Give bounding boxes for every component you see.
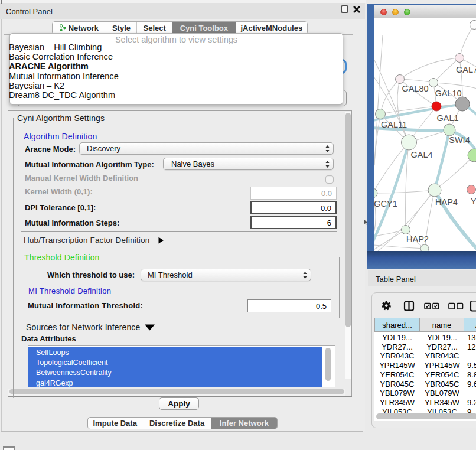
svg-text:GAL10: GAL10 [435,89,461,98]
svg-text:GAL4: GAL4 [410,150,432,159]
svg-text:YEL: YEL [471,197,476,206]
svg-text:HAP4: HAP4 [435,197,458,207]
svg-text:GAL1: GAL1 [436,113,458,123]
svg-text:GAL7: GAL7 [456,65,476,74]
svg-text:GAL11: GAL11 [381,120,407,129]
svg-text:GCY1: GCY1 [374,199,397,208]
svg-text:GAL80: GAL80 [402,84,428,93]
svg-text:SWI4: SWI4 [449,135,470,145]
svg-text:HAP2: HAP2 [406,234,429,244]
